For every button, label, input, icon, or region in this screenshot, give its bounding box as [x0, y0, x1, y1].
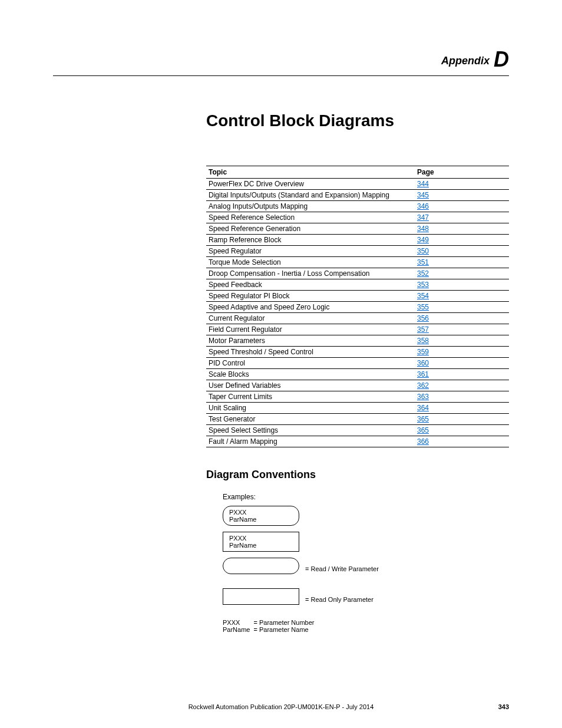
- rw-legend-text: = Read / Write Parameter: [305, 565, 379, 572]
- toc-page: 362: [415, 380, 509, 391]
- toc-page: 363: [415, 391, 509, 403]
- toc-page: 357: [415, 324, 509, 335]
- toc-page: 361: [415, 369, 509, 380]
- toc-topic: Speed Adaptive and Speed Zero Logic: [206, 302, 415, 313]
- toc-page: 364: [415, 403, 509, 414]
- toc-page: 365: [415, 425, 509, 436]
- toc-page-link[interactable]: 355: [417, 303, 429, 311]
- toc-page: 352: [415, 268, 509, 279]
- toc-page: 354: [415, 291, 509, 302]
- table-row: Speed Regulator PI Block354: [206, 291, 509, 302]
- toc-page-link[interactable]: 347: [417, 213, 429, 222]
- main-content: Control Block Diagrams Topic Page PowerF…: [206, 111, 509, 633]
- toc-page: 346: [415, 201, 509, 212]
- toc-topic: Scale Blocks: [206, 369, 415, 380]
- toc-topic: Droop Compensation - Inertia / Loss Comp…: [206, 268, 415, 279]
- table-row: Ramp Reference Block349: [206, 235, 509, 246]
- toc-page: 347: [415, 212, 509, 223]
- toc-page: 344: [415, 179, 509, 190]
- toc-table: Topic Page PowerFlex DC Drive Overview34…: [206, 166, 509, 447]
- toc-topic: User Defined Variables: [206, 380, 415, 391]
- table-row: Scale Blocks361: [206, 369, 509, 380]
- appendix-label: Appendix: [441, 55, 490, 67]
- chapter-title: Control Block Diagrams: [206, 111, 509, 130]
- appendix-letter: D: [494, 47, 509, 71]
- examples-label: Examples:: [223, 493, 509, 501]
- toc-topic: Taper Current Limits: [206, 391, 415, 403]
- table-row: Speed Adaptive and Speed Zero Logic355: [206, 302, 509, 313]
- legend-parname-key: ParName: [223, 626, 253, 633]
- table-row: Speed Reference Selection347: [206, 212, 509, 223]
- toc-page-link[interactable]: 352: [417, 269, 429, 278]
- toc-page: 345: [415, 190, 509, 201]
- rw-param-example-shape: PXXX ParName: [223, 506, 299, 526]
- legend-parname-val: = Parameter Name: [253, 626, 318, 633]
- toc-topic: Speed Select Settings: [206, 425, 415, 436]
- toc-page-link[interactable]: 356: [417, 314, 429, 322]
- table-row: Speed Select Settings365: [206, 425, 509, 436]
- table-row: Fault / Alarm Mapping366: [206, 436, 509, 447]
- toc-topic: PID Control: [206, 358, 415, 369]
- toc-page: 353: [415, 279, 509, 291]
- toc-page: 350: [415, 246, 509, 257]
- toc-header-topic: Topic: [206, 166, 415, 179]
- table-row: Digital Inputs/Outputs (Standard and Exp…: [206, 190, 509, 201]
- table-row: Speed Reference Generation348: [206, 223, 509, 235]
- toc-topic: Current Regulator: [206, 313, 415, 324]
- footer-text: Rockwell Automation Publication 20P-UM00…: [0, 703, 562, 710]
- toc-page-link[interactable]: 349: [417, 236, 429, 244]
- legend-pxxx-val: = Parameter Number: [253, 619, 318, 626]
- ro-legend-row: = Read Only Parameter: [223, 588, 509, 611]
- appendix-header: Appendix D: [53, 47, 509, 76]
- toc-page: 351: [415, 257, 509, 268]
- toc-page-link[interactable]: 350: [417, 247, 429, 255]
- toc-page-link[interactable]: 344: [417, 180, 429, 188]
- legend-pxxx-key: PXXX: [223, 619, 253, 626]
- toc-topic: PowerFlex DC Drive Overview: [206, 179, 415, 190]
- toc-page-link[interactable]: 363: [417, 393, 429, 401]
- toc-page-link[interactable]: 346: [417, 202, 429, 210]
- table-row: Field Current Regulator357: [206, 324, 509, 335]
- table-row: Taper Current Limits363: [206, 391, 509, 403]
- toc-topic: Test Generator: [206, 414, 415, 425]
- toc-page-link[interactable]: 358: [417, 337, 429, 345]
- toc-page: 356: [415, 313, 509, 324]
- example-parname: ParName: [229, 542, 293, 549]
- toc-topic: Motor Parameters: [206, 335, 415, 347]
- rw-legend-row: = Read / Write Parameter: [223, 558, 509, 580]
- toc-page-link[interactable]: 365: [417, 426, 429, 434]
- toc-page-link[interactable]: 365: [417, 415, 429, 423]
- table-row: Speed Regulator350: [206, 246, 509, 257]
- ro-legend-text: = Read Only Parameter: [305, 596, 373, 603]
- ro-legend-shape: [223, 588, 299, 605]
- example-pxxx: PXXX: [229, 509, 293, 516]
- rw-legend-shape: [223, 558, 299, 574]
- table-row: PID Control360: [206, 358, 509, 369]
- ro-param-example-shape: PXXX ParName: [223, 532, 299, 552]
- table-row: Test Generator365: [206, 414, 509, 425]
- table-row: PowerFlex DC Drive Overview344: [206, 179, 509, 190]
- toc-page-link[interactable]: 357: [417, 325, 429, 334]
- table-row: Speed Feedback353: [206, 279, 509, 291]
- toc-page-link[interactable]: 345: [417, 191, 429, 199]
- toc-page-link[interactable]: 351: [417, 258, 429, 266]
- toc-topic: Speed Feedback: [206, 279, 415, 291]
- toc-topic: Digital Inputs/Outputs (Standard and Exp…: [206, 190, 415, 201]
- toc-page-link[interactable]: 360: [417, 359, 429, 367]
- toc-page-link[interactable]: 362: [417, 381, 429, 390]
- toc-topic: Fault / Alarm Mapping: [206, 436, 415, 447]
- toc-header-page: Page: [415, 166, 509, 179]
- toc-page-link[interactable]: 366: [417, 437, 429, 446]
- toc-page: 348: [415, 223, 509, 235]
- toc-page-link[interactable]: 348: [417, 225, 429, 233]
- table-row: Analog Inputs/Outputs Mapping346: [206, 201, 509, 212]
- toc-page-link[interactable]: 354: [417, 292, 429, 300]
- toc-page-link[interactable]: 353: [417, 281, 429, 289]
- toc-page: 359: [415, 347, 509, 358]
- toc-page-link[interactable]: 364: [417, 404, 429, 412]
- toc-page-link[interactable]: 359: [417, 348, 429, 356]
- table-row: Speed Threshold / Speed Control359: [206, 347, 509, 358]
- example-parname: ParName: [229, 516, 293, 523]
- toc-page-link[interactable]: 361: [417, 370, 429, 378]
- toc-topic: Unit Scaling: [206, 403, 415, 414]
